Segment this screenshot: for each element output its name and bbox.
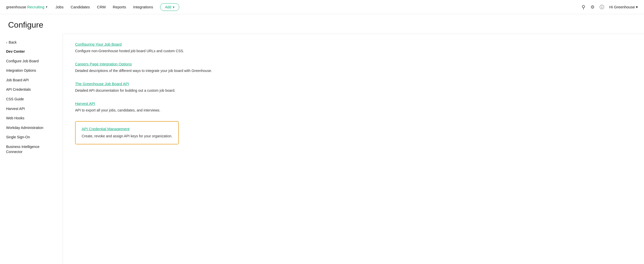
section-greenhouse-job-board-api: The Greenhouse Job Board API Detailed AP…: [75, 82, 632, 93]
help-icon[interactable]: ⓘ: [600, 5, 604, 10]
page-header: Configure: [0, 14, 644, 34]
nav-crm[interactable]: CRM: [97, 5, 106, 9]
sidebar-item-api-credentials[interactable]: API Credentials: [0, 85, 63, 95]
sidebar-item-harvest-api[interactable]: Harvest API: [0, 104, 63, 114]
api-credential-management-link[interactable]: API Credential Management: [82, 127, 129, 131]
topnav: greenhouse Recruiting ▾ Jobs Candidates …: [0, 0, 644, 14]
section-api-credential-management: API Credential Management Create, revoke…: [75, 121, 632, 144]
configuring-job-board-link[interactable]: Configuring Your Job Board: [75, 42, 121, 46]
sidebar-item-workday-administration[interactable]: Workday Administration: [0, 123, 63, 133]
sidebar-item-configure-job-board[interactable]: Configure Job Board: [0, 56, 63, 66]
user-menu[interactable]: Hi Greenhouse ▾: [609, 5, 638, 9]
section-configuring-job-board: Configuring Your Job Board Configure non…: [75, 42, 632, 54]
careers-page-integration-desc: Detailed descriptions of the different w…: [75, 68, 632, 73]
careers-page-integration-link[interactable]: Careers Page Integration Options: [75, 62, 132, 66]
configuring-job-board-desc: Configure non-Greenhouse hosted job boar…: [75, 48, 632, 54]
back-link[interactable]: ‹ Back: [0, 38, 63, 47]
harvest-api-link[interactable]: Harvest API: [75, 101, 95, 106]
sidebar-item-integration-options[interactable]: Integration Options: [0, 66, 63, 76]
harvest-api-desc: API to export all your jobs, candidates,…: [75, 108, 632, 113]
nav-candidates[interactable]: Candidates: [71, 5, 90, 9]
sidebar-item-web-hooks[interactable]: Web Hooks: [0, 114, 63, 123]
sidebar-item-dev-center[interactable]: Dev Center: [0, 47, 63, 56]
page-title: Configure: [8, 20, 636, 30]
sidebar-item-single-sign-on[interactable]: Single Sign-On: [0, 133, 63, 142]
greenhouse-job-board-api-desc: Detailed API documentation for building …: [75, 88, 632, 93]
nav-links: Jobs Candidates CRM Reports Integrations…: [56, 3, 582, 11]
logo[interactable]: greenhouse Recruiting ▾: [6, 5, 47, 9]
nav-right: ⚲ ⚙ ⓘ Hi Greenhouse ▾: [582, 4, 638, 10]
section-careers-page-integration: Careers Page Integration Options Detaile…: [75, 62, 632, 73]
sidebar: ‹ Back Dev Center Configure Job Board In…: [0, 34, 63, 264]
sidebar-item-bi-connector[interactable]: Business Intelligence Connector: [0, 142, 63, 157]
sidebar-item-job-board-api[interactable]: Job Board API: [0, 76, 63, 85]
nav-reports[interactable]: Reports: [113, 5, 126, 9]
logo-chevron-icon: ▾: [46, 5, 47, 9]
greenhouse-job-board-api-link[interactable]: The Greenhouse Job Board API: [75, 82, 129, 86]
settings-icon[interactable]: ⚙: [590, 4, 595, 10]
main-content: Configuring Your Job Board Configure non…: [63, 34, 644, 264]
section-harvest-api: Harvest API API to export all your jobs,…: [75, 101, 632, 113]
logo-greenhouse-text: greenhouse: [6, 5, 26, 9]
sidebar-item-css-guide[interactable]: CSS Guide: [0, 95, 63, 104]
layout: ‹ Back Dev Center Configure Job Board In…: [0, 34, 644, 264]
help-icon-wrapper: ⓘ: [600, 4, 604, 10]
nav-integrations[interactable]: Integrations: [133, 5, 153, 9]
search-icon[interactable]: ⚲: [582, 4, 585, 10]
back-arrow-icon: ‹: [6, 41, 7, 44]
add-button[interactable]: Add ▾: [160, 3, 179, 11]
api-credential-highlight-card: API Credential Management Create, revoke…: [75, 121, 179, 144]
api-credential-management-desc: Create, revoke and assign API keys for y…: [82, 134, 172, 139]
nav-jobs[interactable]: Jobs: [56, 5, 64, 9]
logo-recruiting-text: Recruiting: [27, 5, 44, 9]
